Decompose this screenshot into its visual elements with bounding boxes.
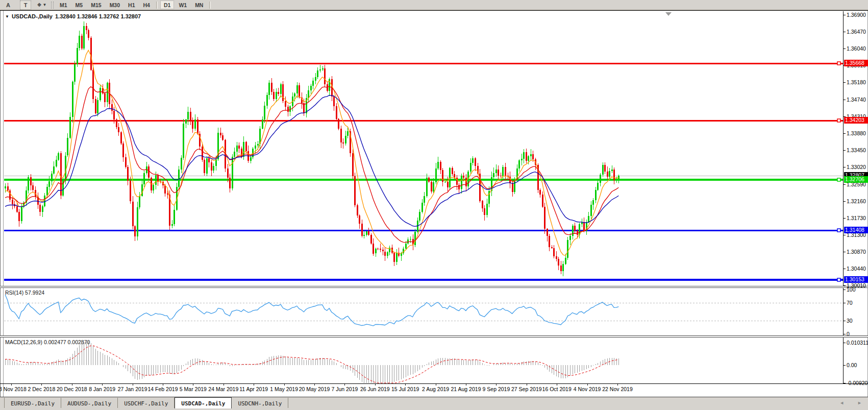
- chevron-down-icon: ▼: [43, 3, 47, 7]
- tab-scroll-left-icon[interactable]: ◄: [839, 400, 844, 405]
- timeframe-button-m30[interactable]: M30: [106, 1, 123, 9]
- timeframe-button-h1[interactable]: H1: [125, 1, 138, 9]
- chart-ohlc-values: 1.32840 1.32846 1.32762 1.32807: [55, 13, 141, 19]
- hline-handle[interactable]: [837, 178, 840, 181]
- tabs-holder: EURUSD-,DailyAUDUSD-,DailyUSDCHF-,DailyU…: [0, 397, 288, 408]
- toolbar-separator: [209, 2, 211, 9]
- macd-histogram: [6, 341, 619, 383]
- hline-handle[interactable]: [837, 62, 840, 65]
- timeframe-button-m5[interactable]: M5: [72, 1, 87, 9]
- tab-usdchf-daily[interactable]: USDCHF-,Daily: [118, 398, 175, 408]
- timeframe-button-m15[interactable]: M15: [87, 1, 105, 9]
- macd-name: MACD(12,26,9): [5, 339, 42, 345]
- object-style-button[interactable]: ❖ ▼: [36, 1, 47, 10]
- timeframe-button-m1[interactable]: M1: [56, 1, 71, 9]
- rsi-value: 57.9924: [25, 290, 44, 296]
- panel-splitter-macd[interactable]: [0, 335, 868, 337]
- toolbar-separator: [156, 2, 158, 9]
- chart-tabbar: EURUSD-,DailyAUDUSD-,DailyUSDCHF-,DailyU…: [0, 397, 868, 410]
- timeframe-button-h4[interactable]: H4: [140, 1, 154, 9]
- chart-symbol-label: USDCAD-,Daily: [12, 13, 53, 19]
- macd-header: MACD(12,26,9) 0.002477 0.002870: [5, 339, 90, 345]
- tab-audusd-daily[interactable]: AUDUSD-,Daily: [61, 398, 118, 408]
- diamond-style-icon: ❖: [37, 2, 42, 8]
- tab-scroll-arrows: ◄ ►: [839, 400, 862, 405]
- macd-values: 0.002477 0.002870: [44, 339, 90, 345]
- candles: [5, 21, 619, 276]
- panel-splitter-rsi[interactable]: [0, 286, 868, 288]
- chart-window[interactable]: ▼ USDCAD-,Daily 1.32840 1.32846 1.32762 …: [0, 10, 868, 397]
- top-toolbar: A T ❖ ▼ M1M5M15M30H1H4D1W1MN: [0, 0, 868, 10]
- text-tool-button[interactable]: A: [3, 1, 14, 10]
- hline-handle[interactable]: [837, 278, 840, 281]
- hline-handle[interactable]: [837, 119, 840, 122]
- timeframe-button-w1[interactable]: W1: [175, 1, 190, 9]
- symbol-dropdown-icon[interactable]: ▼: [5, 14, 9, 19]
- toolbar-grip: [51, 2, 54, 9]
- tab-eurusd-daily[interactable]: EURUSD-,Daily: [4, 398, 61, 408]
- timeframe-group: M1M5M15M30H1H4D1W1MN: [56, 1, 207, 9]
- timeframe-button-mn[interactable]: MN: [191, 1, 207, 9]
- mt4-terminal: { "toolbar": { "tools": [ {"id":"text-to…: [0, 0, 868, 410]
- tab-scroll-right-icon[interactable]: ►: [857, 400, 862, 405]
- tab-usdcnh-daily[interactable]: USDCNH-,Daily: [232, 398, 288, 408]
- price-chart-canvas[interactable]: [0, 11, 868, 397]
- chart-title: ▼ USDCAD-,Daily 1.32840 1.32846 1.32762 …: [5, 13, 141, 19]
- hline-handle[interactable]: [837, 229, 840, 232]
- tab-usdcad-daily[interactable]: USDCAD-,Daily: [175, 397, 232, 408]
- chart-shift-marker-icon[interactable]: [665, 12, 672, 16]
- rsi-name: RSI(14): [5, 290, 23, 296]
- rsi-line: [5, 295, 618, 326]
- label-tool-button[interactable]: T: [20, 1, 31, 10]
- timeframe-button-d1[interactable]: D1: [160, 1, 174, 9]
- rsi-header: RSI(14) 57.9924: [5, 290, 44, 296]
